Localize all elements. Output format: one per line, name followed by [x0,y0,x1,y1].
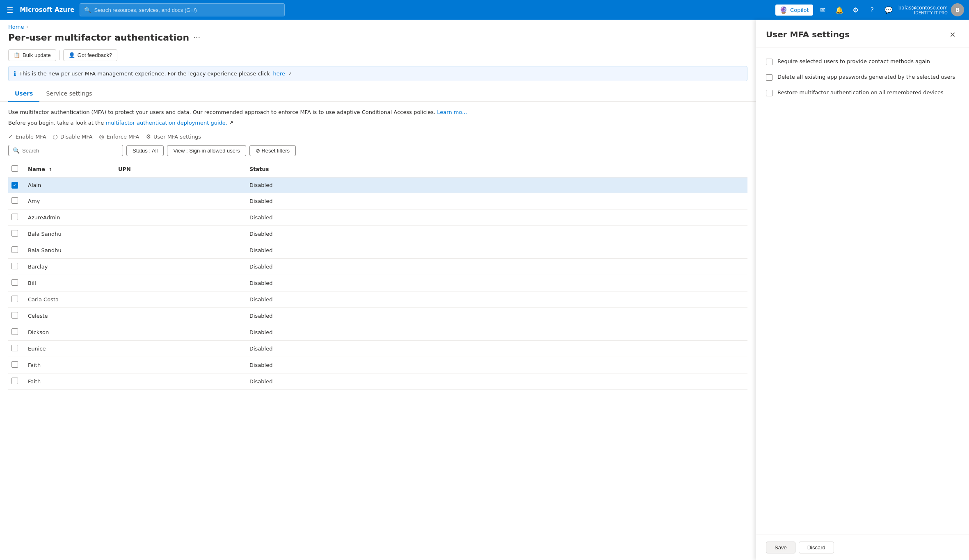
disable-mfa-icon: ○ [53,133,58,140]
guide-external-icon: ↗ [229,120,233,126]
table-row[interactable]: Carla CostaDisabled [8,291,747,307]
user-upn [115,209,246,225]
disable-mfa-button[interactable]: ○ Disable MFA [53,133,93,140]
user-upn [115,357,246,373]
name-sort-icon: ↑ [49,167,52,172]
tabs-container: Users Service settings [0,86,756,102]
page-menu-button[interactable]: ··· [193,33,200,42]
enable-mfa-icon: ✓ [8,133,13,140]
table-row[interactable]: AzureAdminDisabled [8,209,747,225]
disable-mfa-label: Disable MFA [60,134,93,140]
row-checkbox[interactable]: ✓ [11,182,18,189]
bulk-update-label: Bulk update [23,52,51,58]
search-box[interactable]: 🔍 [8,145,123,156]
user-status: Disabled [246,209,747,225]
user-name: Celeste [25,307,115,324]
row-checkbox[interactable] [11,214,18,220]
notifications-icon[interactable]: 🔔 [833,3,846,16]
discard-button[interactable]: Discard [799,542,834,553]
settings-icon[interactable]: ⚙ [849,3,862,16]
user-status: Disabled [246,275,747,291]
toolbar: 📋 Bulk update 👤 Got feedback? [0,49,756,66]
save-button[interactable]: Save [766,542,795,553]
filter-bar: 🔍 Status : All View : Sign-in allowed us… [0,145,756,161]
breadcrumb-separator: › [26,25,28,29]
row-checkbox[interactable] [11,197,18,204]
breadcrumb: Home › [0,20,756,32]
upn-column-header[interactable]: UPN [115,161,246,178]
table-row[interactable]: CelesteDisabled [8,307,747,324]
page-header: Per-user multifactor authentication ··· [0,32,756,49]
help-icon[interactable]: ? [866,3,879,16]
user-name: Bill [25,275,115,291]
learn-more-link[interactable]: Learn mo... [437,109,467,115]
user-mfa-settings-button[interactable]: ⚙ User MFA settings [146,133,201,140]
table-row[interactable]: FaithDisabled [8,373,747,389]
tab-service-settings[interactable]: Service settings [39,86,98,102]
page-title: Per-user multifactor authentication [8,32,189,43]
enforce-mfa-button[interactable]: ◎ Enforce MFA [99,133,139,140]
status-column-header[interactable]: Status [246,161,747,178]
panel-option-checkbox[interactable] [766,90,772,96]
table-row[interactable]: DicksonDisabled [8,324,747,340]
select-all-checkbox[interactable] [11,165,18,172]
name-column-header[interactable]: Name ↑ [25,161,115,178]
table-row[interactable]: BarclayDisabled [8,258,747,275]
row-checkbox[interactable] [11,296,18,302]
user-mfa-settings-label: User MFA settings [153,134,201,140]
side-panel: User MFA settings ✕ Require selected use… [756,20,969,560]
bulk-update-button[interactable]: 📋 Bulk update [8,49,56,61]
feedback-button[interactable]: 👤 Got feedback? [63,49,118,61]
enable-mfa-button[interactable]: ✓ Enable MFA [8,133,46,140]
user-avatar[interactable]: B [951,3,964,16]
top-navigation: ☰ Microsoft Azure 🔍 🔮 Copilot ✉ 🔔 ⚙ ? 💬 … [0,0,969,20]
table-row[interactable]: AmyDisabled [8,193,747,209]
external-link-icon: ↗ [288,71,292,76]
table-row[interactable]: Bala SandhuDisabled [8,225,747,242]
user-name: Eunice [25,340,115,357]
global-search-box[interactable]: 🔍 [80,3,285,16]
status-filter-button[interactable]: Status : All [126,145,164,156]
user-status: Disabled [246,225,747,242]
deployment-guide-link[interactable]: multifactor authentication deployment gu… [105,120,227,126]
table-row[interactable]: Bala SandhuDisabled [8,242,747,258]
row-checkbox[interactable] [11,312,18,319]
nav-search-input[interactable] [94,7,280,13]
panel-option-require-contact[interactable]: Require selected users to provide contac… [766,58,959,65]
legacy-link[interactable]: here [273,71,285,77]
panel-option-delete-passwords[interactable]: Delete all existing app passwords genera… [766,73,959,81]
panel-option-checkbox[interactable] [766,59,772,65]
hamburger-menu-icon[interactable]: ☰ [5,4,15,16]
user-status: Disabled [246,291,747,307]
table-row[interactable]: BillDisabled [8,275,747,291]
row-checkbox[interactable] [11,246,18,253]
table-row[interactable]: FaithDisabled [8,357,747,373]
bulk-update-icon: 📋 [14,52,20,58]
row-checkbox[interactable] [11,345,18,351]
panel-close-button[interactable]: ✕ [946,28,959,41]
view-filter-button[interactable]: View : Sign-in allowed users [167,145,246,156]
search-input[interactable] [22,148,119,154]
tab-users[interactable]: Users [8,86,39,102]
row-checkbox[interactable] [11,279,18,286]
table-row[interactable]: EuniceDisabled [8,340,747,357]
info-banner: ℹ This is the new per-user MFA managemen… [8,66,747,81]
row-checkbox[interactable] [11,263,18,269]
user-name: Barclay [25,258,115,275]
panel-option-restore-mfa[interactable]: Restore multifactor authentication on al… [766,89,959,96]
email-icon[interactable]: ✉ [816,3,830,16]
feedback-icon[interactable]: 💬 [882,3,895,16]
reset-filters-button[interactable]: ⊘ Reset filters [249,145,296,156]
user-info[interactable]: balas@contoso.com IDENTITY IT PRO [898,5,948,15]
user-status: Disabled [246,340,747,357]
row-checkbox[interactable] [11,378,18,384]
row-checkbox[interactable] [11,361,18,368]
user-status: Disabled [246,324,747,340]
panel-option-checkbox[interactable] [766,74,772,81]
row-checkbox[interactable] [11,328,18,335]
user-upn [115,307,246,324]
table-row[interactable]: ✓AlainDisabled [8,178,747,193]
breadcrumb-home[interactable]: Home [8,24,24,30]
row-checkbox[interactable] [11,230,18,237]
copilot-button[interactable]: 🔮 Copilot [775,5,813,16]
